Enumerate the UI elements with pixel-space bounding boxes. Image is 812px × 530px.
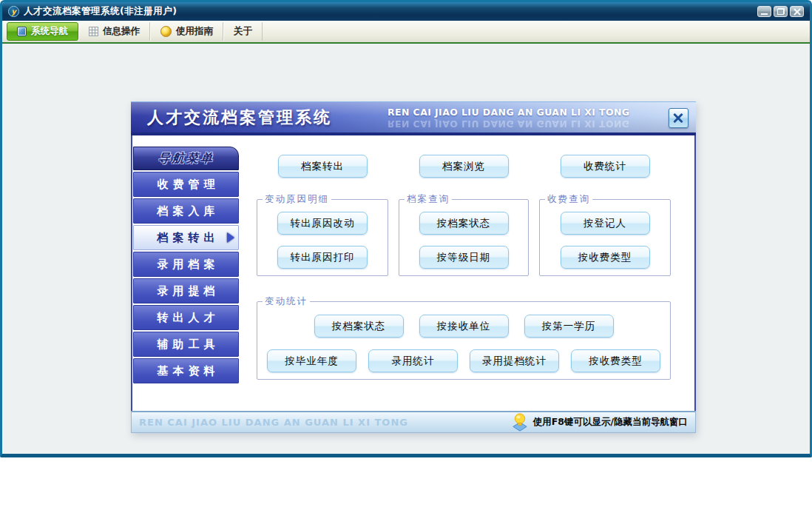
dialog-subtitle-reflection: REN CAI JIAO LIU DANG AN GUAN LI XI TONG	[388, 118, 630, 128]
status-watermark-text: REN CAI JIAO LIU DANG AN GUAN LI XI TONG	[139, 417, 408, 428]
restore-button[interactable]	[774, 6, 788, 17]
dialog-status-bar: REN CAI JIAO LIU DANG AN GUAN LI XI TONG…	[131, 411, 696, 433]
content-panel: 档案转出 档案浏览 收费统计 变动原因明细 转出原因改动 转出原因打印 档案查询…	[257, 155, 671, 380]
groupbox-buttons: 按登记人 按收费类型	[540, 206, 670, 269]
dialog-body: 导航菜单 收费管理 档案入库 档案转出 录用档案 录用提档 转出人才 辅助工具 …	[131, 135, 696, 411]
dialog-subtitle: REN CAI JIAO LIU DANG AN GUAN LI XI TONG…	[388, 108, 630, 127]
dialog-title: 人才交流档案管理系统	[147, 107, 332, 129]
window-title: 人才交流档案管理系统(非注册用户)	[24, 5, 753, 18]
groupbox-buttons: 按档案状态 按等级日期	[399, 206, 528, 269]
by-registrant-button[interactable]: 按登记人	[561, 212, 650, 235]
groupbox-title: 收费查询	[545, 193, 592, 206]
window-controls	[757, 6, 804, 17]
close-icon	[794, 8, 801, 16]
app-logo-icon: y	[8, 6, 19, 17]
coin-icon	[160, 26, 172, 37]
close-button[interactable]	[790, 6, 804, 17]
tab-about[interactable]: 关于	[223, 22, 263, 41]
restore-icon	[777, 8, 785, 15]
stats-by-graduation-year-button[interactable]: 按毕业年度	[267, 349, 356, 372]
status-hint: 使用F8键可以显示/隐藏当前导航窗口	[512, 413, 688, 432]
tab-label: 系统导航	[31, 25, 68, 38]
sidebar-item-archive-transfer[interactable]: 档案转出	[133, 225, 239, 250]
tab-info-operation[interactable]: 信息操作	[78, 22, 150, 41]
active-arrow-icon	[227, 232, 234, 243]
tab-user-guide[interactable]: 使用指南	[150, 22, 223, 41]
sidebar-item-archive-inbound[interactable]: 档案入库	[133, 198, 239, 224]
groupbox-title: 变动原因明细	[263, 193, 331, 206]
stats-by-receiving-unit-button[interactable]: 按接收单位	[419, 315, 509, 338]
quick-buttons-row: 档案转出 档案浏览 收费统计	[257, 155, 671, 178]
dialog-header: 人才交流档案管理系统 REN CAI JIAO LIU DANG AN GUAN…	[131, 101, 696, 135]
close-icon	[674, 113, 683, 123]
stats-by-first-education-button[interactable]: 按第一学历	[524, 315, 614, 338]
groupbox-fee-query: 收费查询 按登记人 按收费类型	[539, 193, 671, 276]
stats-row-1: 按档案状态 按接收单位 按第一学历	[257, 315, 670, 338]
sidebar-item-hire-retrieval[interactable]: 录用提档	[133, 278, 239, 303]
archive-transfer-button[interactable]: 档案转出	[278, 155, 368, 178]
group-row: 变动原因明细 转出原因改动 转出原因打印 档案查询 按档案状态 按等级日期 收费…	[257, 193, 671, 276]
sidebar-header: 导航菜单	[133, 147, 239, 170]
groupbox-archive-query: 档案查询 按档案状态 按等级日期	[399, 193, 529, 276]
fee-statistics-button[interactable]: 收费统计	[561, 155, 650, 178]
tab-system-nav[interactable]: 系统导航	[7, 22, 78, 41]
grid-icon	[89, 27, 98, 36]
dialog-subtitle-text: REN CAI JIAO LIU DANG AN GUAN LI XI TONG	[388, 108, 630, 118]
sidebar-item-auxiliary-tools[interactable]: 辅助工具	[133, 332, 239, 357]
stats-row-2: 按毕业年度 录用统计 录用提档统计 按收费类型	[257, 349, 670, 372]
titlebar: y 人才交流档案管理系统(非注册用户)	[2, 2, 810, 21]
stats-by-fee-type-button[interactable]: 按收费类型	[571, 349, 660, 372]
by-fee-type-button[interactable]: 按收费类型	[561, 246, 650, 269]
tab-label: 使用指南	[176, 25, 213, 38]
stats-by-archive-status-button[interactable]: 按档案状态	[314, 315, 404, 338]
sidebar: 导航菜单 收费管理 档案入库 档案转出 录用档案 录用提档 转出人才 辅助工具 …	[133, 147, 239, 385]
tab-label: 关于	[234, 25, 252, 38]
groupbox-change-reason-detail: 变动原因明细 转出原因改动 转出原因打印	[257, 193, 388, 276]
sidebar-item-fee-management[interactable]: 收费管理	[133, 172, 239, 197]
transfer-reason-print-button[interactable]: 转出原因打印	[277, 246, 368, 269]
groupbox-change-statistics: 变动统计 按档案状态 按接收单位 按第一学历 按毕业年度 录用统计 录用提档统计…	[257, 295, 671, 380]
transfer-reason-change-button[interactable]: 转出原因改动	[277, 212, 368, 235]
dialog-close-button[interactable]	[669, 108, 688, 128]
lightbulb-icon	[512, 413, 527, 432]
minimize-button[interactable]	[757, 6, 771, 17]
status-hint-text: 使用F8键可以显示/隐藏当前导航窗口	[533, 416, 688, 429]
navigation-dialog: 人才交流档案管理系统 REN CAI JIAO LIU DANG AN GUAN…	[131, 101, 696, 433]
tab-label: 信息操作	[103, 25, 140, 38]
sidebar-item-label: 档案转出	[153, 231, 220, 245]
sidebar-item-hire-archive[interactable]: 录用档案	[133, 252, 239, 277]
minimize-icon	[761, 13, 768, 15]
archive-browse-button[interactable]: 档案浏览	[419, 155, 509, 178]
menubar: 系统导航 信息操作 使用指南 关于	[2, 21, 810, 44]
by-grade-date-button[interactable]: 按等级日期	[419, 246, 509, 269]
sidebar-item-transferred-talent[interactable]: 转出人才	[133, 305, 239, 330]
sidebar-item-basic-data[interactable]: 基本资料	[133, 358, 239, 383]
sidebar-header-label: 导航菜单	[158, 151, 215, 167]
groupbox-title: 变动统计	[263, 295, 310, 308]
stats-hire-statistics-button[interactable]: 录用统计	[368, 349, 458, 372]
stats-hire-retrieval-statistics-button[interactable]: 录用提档统计	[470, 349, 559, 372]
groupbox-buttons: 转出原因改动 转出原因打印	[257, 206, 388, 269]
groupbox-title: 档案查询	[405, 193, 452, 206]
blue-square-icon	[17, 27, 27, 36]
by-archive-status-button[interactable]: 按档案状态	[419, 212, 509, 235]
